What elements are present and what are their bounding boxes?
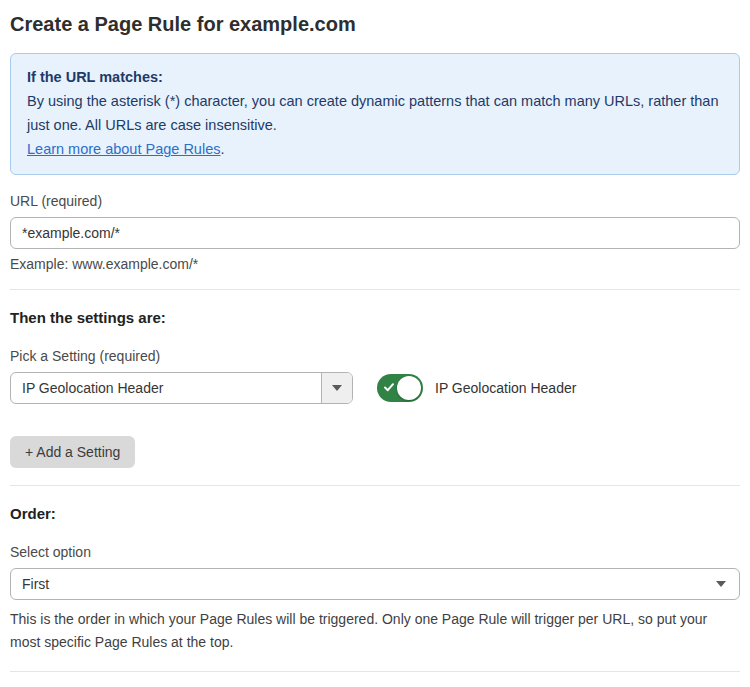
select-option-label: Select option: [10, 544, 740, 560]
url-matches-info-box: If the URL matches: By using the asteris…: [10, 53, 740, 175]
dropdown-arrow-icon: [716, 581, 726, 587]
url-input[interactable]: [10, 217, 740, 249]
link-period: .: [220, 141, 224, 157]
setting-select-arrow-button[interactable]: [321, 373, 352, 403]
add-setting-button[interactable]: + Add a Setting: [10, 436, 135, 468]
setting-row: IP Geolocation Header IP Geolocation Hea…: [10, 372, 740, 404]
divider: [10, 485, 740, 486]
url-field-label: URL (required): [10, 193, 740, 209]
order-helper-text: This is the order in which your Page Rul…: [10, 608, 740, 654]
order-section-heading: Order:: [10, 505, 740, 522]
pick-setting-label: Pick a Setting (required): [10, 348, 740, 364]
toggle-knob: [397, 376, 421, 400]
divider: [10, 671, 740, 672]
check-icon: [383, 381, 395, 393]
setting-select-value: IP Geolocation Header: [11, 373, 321, 403]
order-select[interactable]: First: [10, 568, 740, 600]
dropdown-arrow-icon: [332, 385, 342, 391]
setting-select[interactable]: IP Geolocation Header: [10, 372, 353, 404]
divider: [10, 289, 740, 290]
settings-section-heading: Then the settings are:: [10, 309, 740, 326]
learn-more-link[interactable]: Learn more about Page Rules: [27, 141, 220, 157]
order-select-value: First: [22, 576, 49, 592]
info-box-heading: If the URL matches:: [27, 65, 723, 89]
url-example-helper: Example: www.example.com/*: [10, 256, 740, 272]
toggle-label: IP Geolocation Header: [435, 380, 576, 396]
page-title: Create a Page Rule for example.com: [10, 13, 740, 36]
ip-geolocation-toggle[interactable]: [377, 374, 423, 402]
info-box-link-line: Learn more about Page Rules.: [27, 137, 723, 161]
info-box-body: By using the asterisk (*) character, you…: [27, 89, 723, 137]
